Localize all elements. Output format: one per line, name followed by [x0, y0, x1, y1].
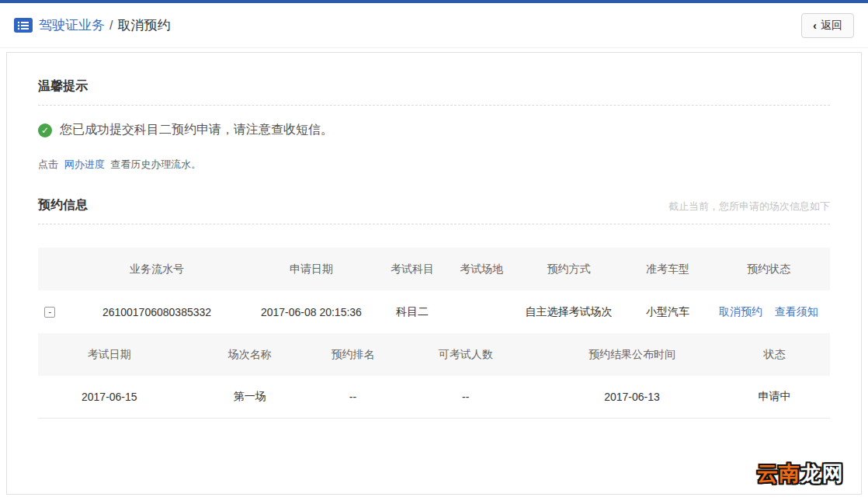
exam-date-value: 2017-06-15: [38, 391, 181, 403]
success-check-icon: ✓: [38, 123, 52, 137]
status-value: 申请中: [719, 390, 830, 404]
serial-number-value: 261001706080385332: [62, 306, 252, 318]
header-apply-date: 申请日期: [252, 262, 370, 276]
exam-subject-value: 科目二: [370, 305, 453, 319]
vehicle-type-value: 小型汽车: [628, 305, 707, 319]
header-booking-rank: 预约排名: [319, 348, 387, 362]
success-message-row: ✓ 您已成功提交科目二预约申请，请注意查收短信。: [38, 122, 830, 138]
header-exam-subject: 考试科目: [370, 262, 453, 276]
page-header: 驾驶证业务 / 取消预约 ‹ 返回: [0, 3, 868, 48]
sub-table-row: 2017-06-15 第一场 -- -- 2017-06-13 申请中: [38, 376, 830, 419]
header-result-publish-time: 预约结果公布时间: [545, 348, 719, 362]
available-count-value: --: [387, 391, 545, 403]
success-message: 您已成功提交科目二预约申请，请注意查收短信。: [60, 122, 333, 138]
cancel-booking-link[interactable]: 取消预约: [719, 305, 762, 318]
booking-section-header: 预约信息 截止当前，您所申请的场次信息如下: [38, 197, 830, 214]
back-button[interactable]: ‹ 返回: [801, 13, 854, 38]
watermark-part2: 龙网: [800, 462, 844, 485]
breadcrumb-separator: /: [109, 19, 113, 33]
header-available-count: 可考试人数: [387, 348, 545, 362]
sub-table-header-row: 考试日期 场次名称 预约排名 可考试人数 预约结果公布时间 状态: [38, 333, 830, 376]
main-table-row: - 261001706080385332 2017-06-08 20:15:36…: [38, 290, 830, 333]
watermark-part1: 云南: [757, 462, 800, 485]
content-panel: 温馨提示 ✓ 您已成功提交科目二预约申请，请注意查收短信。 点击 网办进度 查看…: [6, 52, 862, 495]
divider: [38, 224, 830, 224]
collapse-toggle[interactable]: -: [44, 307, 55, 318]
booking-section-title: 预约信息: [38, 197, 88, 214]
online-progress-link[interactable]: 网办进度: [64, 158, 105, 170]
booking-status-actions: 取消预约 查看须知: [707, 305, 830, 319]
main-table-header-row: 业务流水号 申请日期 考试科目 考试场地 预约方式 准考车型 预约状态: [38, 248, 830, 290]
header-vehicle-type: 准考车型: [628, 262, 707, 276]
header-exam-date: 考试日期: [38, 348, 181, 362]
progress-hint-row: 点击 网办进度 查看历史办理流水。: [38, 158, 830, 172]
header-session-name: 场次名称: [181, 348, 320, 362]
breadcrumb-current-page: 取消预约: [117, 16, 170, 34]
booking-rank-value: --: [319, 391, 387, 403]
list-icon: [14, 18, 33, 33]
breadcrumb-business[interactable]: 驾驶证业务: [39, 16, 105, 34]
result-publish-time-value: 2017-06-13: [545, 391, 719, 403]
header-exam-venue: 考试场地: [453, 262, 509, 276]
tips-section-title: 温馨提示: [38, 78, 830, 95]
header-status: 状态: [719, 348, 830, 362]
divider: [38, 105, 830, 106]
booking-hint: 截止当前，您所申请的场次信息如下: [668, 200, 830, 214]
apply-date-value: 2017-06-08 20:15:36: [252, 306, 370, 318]
progress-suffix: 查看历史办理流水。: [110, 158, 201, 170]
view-notice-link[interactable]: 查看须知: [775, 305, 818, 318]
header-booking-status: 预约状态: [707, 262, 830, 276]
header-serial-number: 业务流水号: [62, 262, 252, 276]
chevron-left-icon: ‹: [813, 19, 817, 32]
booking-method-value: 自主选择考试场次: [509, 305, 628, 319]
header-booking-method: 预约方式: [509, 262, 628, 276]
booking-table: 业务流水号 申请日期 考试科目 考试场地 预约方式 准考车型 预约状态 - 26…: [38, 248, 830, 419]
progress-prefix: 点击: [38, 158, 58, 170]
site-watermark: 云南龙网: [757, 460, 844, 488]
back-button-label: 返回: [821, 19, 842, 33]
session-name-value: 第一场: [181, 390, 320, 404]
